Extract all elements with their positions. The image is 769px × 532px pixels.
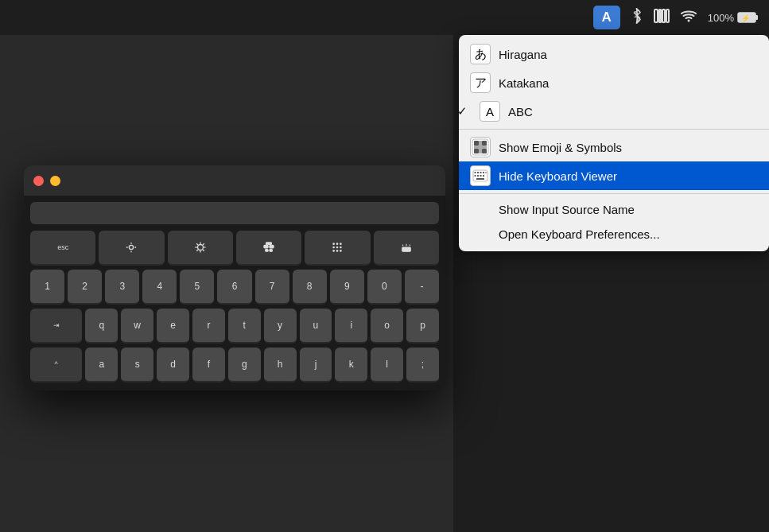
key-s[interactable]: s <box>121 348 153 382</box>
svg-point-45 <box>333 243 336 245</box>
svg-point-51 <box>333 250 336 252</box>
svg-point-50 <box>340 247 343 249</box>
svg-point-52 <box>336 250 339 252</box>
key-keyboard-backlight[interactable] <box>374 231 439 266</box>
dropdown-item-hiragana[interactable]: あ Hiragana <box>459 40 769 68</box>
key-e[interactable]: e <box>157 309 189 344</box>
svg-rect-43 <box>270 250 273 252</box>
key-2[interactable]: 2 <box>68 270 102 305</box>
key-7[interactable]: 7 <box>255 270 289 305</box>
key-caps[interactable]: ^ <box>30 348 82 382</box>
keyboard-viewer-content: esc 1 2 3 <box>24 196 445 390</box>
key-t[interactable]: t <box>228 309 261 344</box>
dropdown-item-show-input-source[interactable]: Show Input Source Name <box>459 197 769 222</box>
key-row-1: esc <box>30 231 439 266</box>
abc-label: ABC <box>508 105 533 118</box>
key-d[interactable]: d <box>157 348 189 382</box>
svg-rect-14 <box>474 146 487 149</box>
search-bar <box>30 202 439 224</box>
key-u[interactable]: u <box>300 309 332 344</box>
input-source-menu-icon[interactable]: A <box>593 6 620 29</box>
svg-point-47 <box>340 243 343 245</box>
svg-point-49 <box>336 247 339 249</box>
key-3[interactable]: 3 <box>105 270 139 305</box>
key-o[interactable]: o <box>371 309 403 344</box>
dropdown-item-open-keyboard-prefs[interactable]: Open Keyboard Preferences... <box>459 222 769 247</box>
svg-rect-6 <box>755 15 758 20</box>
svg-rect-24 <box>483 175 484 177</box>
key-esc[interactable]: esc <box>30 231 95 266</box>
close-button[interactable] <box>33 176 44 186</box>
svg-rect-20 <box>486 172 487 173</box>
svg-rect-19 <box>483 172 484 173</box>
key-l[interactable]: l <box>371 348 403 382</box>
svg-rect-0 <box>654 10 658 22</box>
keyboard-viewer-window: esc 1 2 3 <box>24 165 445 390</box>
svg-rect-11 <box>482 141 487 146</box>
svg-line-37 <box>203 250 204 251</box>
key-g[interactable]: g <box>228 348 261 382</box>
key-row-3: ⇥ q w e r t y u i o p <box>30 309 439 344</box>
key-6[interactable]: 6 <box>217 270 251 305</box>
svg-line-39 <box>196 250 198 251</box>
key-semicolon[interactable]: ; <box>406 348 439 382</box>
key-mission-control[interactable] <box>236 231 301 266</box>
dropdown-item-katakana[interactable]: ア Katakana <box>459 68 769 97</box>
key-brightness-up[interactable] <box>168 231 233 266</box>
svg-point-53 <box>340 250 343 252</box>
dropdown-item-show-emoji[interactable]: Show Emoji & Symbols <box>459 133 769 161</box>
bluetooth-icon[interactable] <box>631 8 643 27</box>
key-minus[interactable]: - <box>405 270 439 305</box>
battery-status: 100% ⚡ <box>708 11 759 24</box>
menu-bar: A <box>0 0 769 35</box>
svg-rect-12 <box>482 149 487 153</box>
svg-rect-16 <box>475 172 476 173</box>
key-row-4: ^ a s d f g h j k l ; <box>30 348 439 382</box>
key-row-2: 1 2 3 4 5 6 7 8 9 0 - <box>30 270 439 305</box>
keyboard-viewer-titlebar <box>24 165 445 196</box>
svg-rect-42 <box>266 250 269 252</box>
key-8[interactable]: 8 <box>293 270 327 305</box>
key-0[interactable]: 0 <box>367 270 402 305</box>
key-4[interactable]: 4 <box>142 270 177 305</box>
key-p[interactable]: p <box>406 309 439 344</box>
katakana-label: Katakana <box>499 76 549 90</box>
key-5[interactable]: 5 <box>180 270 214 305</box>
emoji-icon <box>470 137 491 157</box>
key-f[interactable]: f <box>192 348 225 382</box>
minimize-button[interactable] <box>50 176 60 186</box>
wifi-icon[interactable] <box>681 10 697 25</box>
key-i[interactable]: i <box>335 309 367 344</box>
svg-rect-18 <box>480 172 482 173</box>
katakana-icon: ア <box>470 72 491 93</box>
key-r[interactable]: r <box>192 309 225 344</box>
input-source-dropdown: あ Hiragana ア Katakana ✓ A ABC <box>459 35 769 251</box>
svg-point-4 <box>687 20 689 22</box>
key-a[interactable]: a <box>85 348 118 382</box>
key-brightness-down[interactable] <box>99 231 164 266</box>
key-w[interactable]: w <box>121 309 153 344</box>
key-1[interactable]: 1 <box>30 270 64 305</box>
key-h[interactable]: h <box>264 348 297 382</box>
svg-rect-25 <box>476 178 484 180</box>
svg-rect-3 <box>666 10 669 22</box>
keyboard-keys: esc 1 2 3 <box>30 231 439 382</box>
key-k[interactable]: k <box>335 348 367 382</box>
dropdown-item-hide-keyboard[interactable]: Hide Keyboard Viewer <box>459 161 769 190</box>
svg-rect-41 <box>270 245 274 248</box>
abc-icon: A <box>480 101 500 122</box>
svg-point-46 <box>336 243 339 245</box>
svg-rect-44 <box>266 243 272 245</box>
svg-rect-10 <box>474 149 479 153</box>
key-launchpad[interactable] <box>305 231 370 266</box>
key-q[interactable]: q <box>85 309 118 344</box>
key-tab[interactable]: ⇥ <box>30 309 82 344</box>
show-emoji-label: Show Emoji & Symbols <box>499 141 622 154</box>
menu-bar-icons: A <box>593 6 759 29</box>
barcode-icon[interactable] <box>654 9 670 26</box>
dropdown-item-abc[interactable]: ✓ A ABC <box>459 97 769 126</box>
key-9[interactable]: 9 <box>330 270 364 305</box>
svg-rect-17 <box>477 172 479 173</box>
key-j[interactable]: j <box>300 348 332 382</box>
key-y[interactable]: y <box>264 309 297 344</box>
